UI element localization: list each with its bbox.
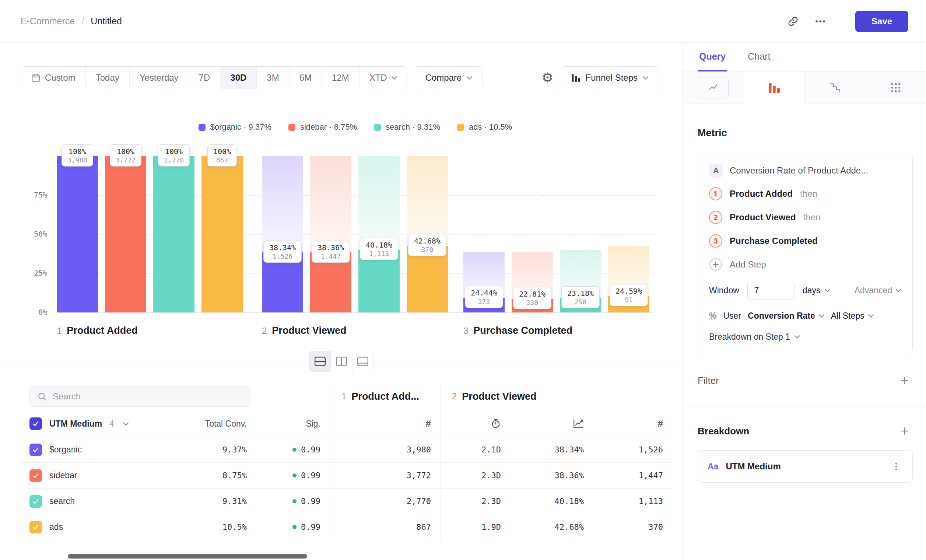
funnel-step-row[interactable]: 2 Product Viewed then [709,206,901,229]
layout-split-vertical-button[interactable] [331,351,352,372]
share-link-button[interactable] [785,13,801,29]
breakdown-property-card[interactable]: Aa UTM Medium [698,450,913,483]
link-icon [787,16,799,27]
window-unit-select[interactable]: days [803,286,831,295]
step2-conv-rate: 38.36% [510,463,593,488]
chevron-down-icon [868,314,874,318]
funnel-step-row[interactable]: 1 Product Added then [709,182,901,206]
row-checkbox[interactable] [29,443,42,456]
sig-header[interactable]: Sig. [256,411,330,437]
table-row[interactable]: $organic 9.37% 0.99 3,980 2.1D 38.34% 1,… [21,437,673,462]
count-icon[interactable]: # [593,411,673,437]
layout-split-horizontal-button[interactable] [309,351,331,372]
y-axis-tick: 75% [12,191,47,199]
sig-dot [292,448,297,452]
date-range-today[interactable]: Today [85,67,129,89]
date-range-6m[interactable]: 6M [289,67,322,89]
table-row[interactable]: sidebar 8.75% 0.99 3,772 2.3D 38.36% 1,4… [21,462,673,488]
step-event-name[interactable]: Product Added [730,189,793,199]
step2-conv-rate: 38.34% [510,437,593,462]
sig-value: 0.99 [256,489,330,514]
date-range-yesterday[interactable]: Yesterday [129,67,189,89]
horizontal-scrollbar[interactable] [68,554,307,558]
search-icon [37,392,47,401]
breadcrumb-separator: / [82,16,84,27]
funnel-bar[interactable] [105,156,146,312]
gridline [57,234,654,235]
layout-bottom-panel-button[interactable] [352,351,374,372]
breakdown-column-label[interactable]: UTM Medium [49,419,102,429]
count-icon[interactable]: # [330,411,440,437]
tab-chart[interactable]: Chart [746,51,772,71]
add-filter-button[interactable] [898,374,911,387]
step1-count: 2,770 [330,489,440,514]
viz-type-tabs [683,71,926,104]
row-checkbox[interactable] [29,495,42,508]
table-group-header-step1: 1 Product Add... [330,382,440,411]
funnel-step-row[interactable]: 3 Purchase Completed [709,229,901,253]
chevron-down-icon [896,289,901,292]
funnel-step-label: 3Purchase Completed [463,325,572,336]
total-conv-value: 9.31% [176,489,256,514]
legend-item[interactable]: sidebar · 8.75% [288,122,357,132]
split-horizontal-icon [315,357,325,366]
viz-tab-insights[interactable] [683,71,744,103]
date-range-custom[interactable]: Custom [21,67,85,89]
tab-query[interactable]: Query [698,51,727,71]
save-button[interactable]: Save [855,11,908,32]
viz-tab-retention[interactable] [805,71,865,103]
funnel-bar[interactable] [201,156,243,312]
search-input[interactable] [53,391,243,401]
view-type-button[interactable]: Funnel Steps [561,66,659,89]
row-checkbox[interactable] [29,469,42,482]
table-row[interactable]: search 9.31% 0.99 2,770 2.3D 40.18% 1,11… [21,488,673,514]
measure-metric-select[interactable]: Conversion Rate [748,311,824,321]
step-event-name[interactable]: Product Viewed [730,212,796,222]
bar-value-label: 100%867 [207,144,237,166]
step-event-name[interactable]: Purchase Completed [730,236,818,246]
measure-scope-select[interactable]: All Steps [831,311,874,321]
date-range-30d[interactable]: 30D [220,67,256,89]
avg-time-icon[interactable] [440,411,510,437]
step2-avg-time: 2.3D [440,463,510,488]
chevron-down-icon [819,314,824,318]
more-menu-button[interactable] [812,13,828,29]
select-all-checkbox[interactable] [29,418,42,430]
viz-tab-funnels[interactable] [744,71,805,104]
breakdown-on-step-select[interactable]: Breakdown on Step 1 [709,332,800,342]
compare-button[interactable]: Compare [415,66,483,89]
date-range-3m[interactable]: 3M [256,67,289,89]
advanced-toggle[interactable]: Advanced [855,286,901,295]
measure-entity[interactable]: User [723,311,741,321]
funnel-bar[interactable] [153,156,194,312]
settings-gear-button[interactable]: ⚙ [542,71,553,84]
breadcrumb-current[interactable]: Untitled [91,16,122,27]
conversion-trend-icon[interactable] [510,411,593,437]
window-value-input[interactable] [747,281,794,300]
funnel-step-labels: 1Product Added2Product Viewed3Purchase C… [57,321,654,345]
funnel-bar[interactable] [57,156,98,312]
step2-avg-time: 2.3D [440,489,510,514]
row-checkbox[interactable] [29,521,42,533]
metric-title[interactable]: Conversion Rate of Product Adde... [730,165,868,176]
sig-value: 0.99 [256,463,330,488]
date-range-12m[interactable]: 12M [322,67,359,89]
step1-count: 3,772 [330,463,440,488]
sig-dot [292,525,297,529]
add-breakdown-button[interactable] [898,424,911,438]
legend-item[interactable]: search · 9.31% [374,122,440,132]
legend-item[interactable]: $organic · 9.37% [198,122,271,132]
total-conv-header[interactable]: Total Conv. [176,411,256,437]
add-step-button[interactable]: Add Step [709,253,766,276]
breakdown-table: 1 Product Add... 2 Product Viewed UTM Me… [21,382,673,540]
viz-tab-flows[interactable] [865,71,926,103]
table-row[interactable]: ads 10.5% 0.99 867 1.9D 42.68% 370 [21,514,673,540]
breadcrumb: E-Commerce / Untitled [21,16,122,27]
legend-item[interactable]: ads · 10.5% [457,122,512,132]
date-range-xtd[interactable]: XTD [359,67,407,89]
step2-avg-time: 1.9D [440,514,510,540]
breakdown-options-button[interactable] [890,460,903,473]
breakdown-heading: Breakdown [698,425,749,437]
breadcrumb-parent[interactable]: E-Commerce [21,16,75,27]
date-range-7d[interactable]: 7D [189,67,220,89]
